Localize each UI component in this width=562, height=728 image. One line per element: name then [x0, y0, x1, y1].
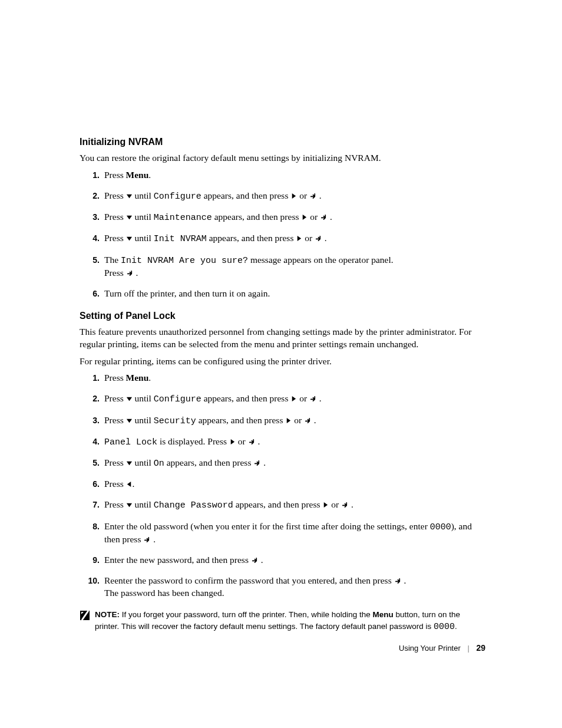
step-body: Reenter the password to confirm the pass…	[104, 575, 485, 599]
step-body: Press until Security appears, and then p…	[104, 414, 485, 427]
intro-panel-lock-2: For regular printing, items can be confi…	[80, 355, 485, 368]
note-text: NOTE: If you forget your password, turn …	[95, 610, 485, 633]
enter-icon	[253, 459, 261, 467]
step-body: Press until On appears, and then press .	[104, 457, 485, 470]
enter-icon	[251, 556, 259, 564]
step-body: Panel Lock is displayed. Press or .	[104, 436, 485, 449]
step-body: Press Menu.	[104, 169, 485, 182]
right-arrow-icon	[322, 502, 329, 508]
list-item: 3. Press until Security appears, and the…	[80, 414, 485, 427]
list-item: 9. Enter the new password, and then pres…	[80, 554, 485, 566]
list-item: 6. Turn off the printer, and then turn i…	[80, 288, 485, 300]
list-item: 2. Press until Configure appears, and th…	[80, 393, 485, 406]
step-body: Press until Configure appears, and then …	[104, 190, 485, 203]
list-item: 10. Reenter the password to confirm the …	[80, 575, 485, 599]
list-item: 7. Press until Change Password appears, …	[80, 499, 485, 512]
list-item: 4. Press until Init NVRAM appears, and t…	[80, 232, 485, 245]
list-item: 2. Press until Configure appears, and th…	[80, 190, 485, 203]
list-item: 3. Press until Maintenance appears, and …	[80, 211, 485, 224]
left-arrow-icon	[126, 481, 133, 487]
right-arrow-icon	[290, 193, 297, 199]
note-icon	[80, 610, 90, 621]
step-body: Press until Init NVRAM appears, and then…	[104, 232, 485, 245]
step-body: Press Menu.	[104, 372, 485, 384]
right-arrow-icon	[301, 214, 308, 220]
list-item: 5. The Init NVRAM Are you sure? message …	[80, 254, 485, 279]
step-body: Press until Maintenance appears, and the…	[104, 211, 485, 224]
steps-nvram: 1. Press Menu. 2. Press until Configure …	[80, 169, 485, 300]
page-footer: Using Your Printer | 29	[399, 643, 485, 653]
enter-icon	[309, 395, 317, 403]
step-body: The Init NVRAM Are you sure? message app…	[104, 254, 485, 279]
down-arrow-icon	[126, 214, 133, 220]
enter-icon	[126, 269, 134, 277]
down-arrow-icon	[126, 460, 133, 466]
down-arrow-icon	[126, 235, 133, 242]
down-arrow-icon	[126, 417, 133, 424]
down-arrow-icon	[126, 502, 133, 508]
step-number: 1.	[80, 372, 104, 384]
step-number: 3.	[80, 414, 104, 426]
heading-panel-lock: Setting of Panel Lock	[80, 311, 485, 321]
enter-icon	[320, 213, 328, 221]
step-number: 4.	[80, 436, 104, 447]
page-content: Initializing NVRAM You can restore the o…	[0, 0, 562, 668]
intro-panel-lock-1: This feature prevents unauthorized perso…	[80, 326, 485, 351]
enter-icon	[309, 192, 317, 200]
footer-page-number: 29	[476, 643, 485, 653]
list-item: 4. Panel Lock is displayed. Press or .	[80, 436, 485, 449]
step-number: 7.	[80, 499, 104, 510]
step-number: 6.	[80, 288, 104, 299]
step-body: Press until Configure appears, and then …	[104, 393, 485, 406]
step-number: 8.	[80, 521, 104, 532]
step-body: Press until Change Password appears, and…	[104, 499, 485, 512]
step-number: 2.	[80, 393, 104, 404]
enter-icon	[304, 417, 312, 424]
footer-separator: |	[467, 644, 469, 653]
right-arrow-icon	[285, 417, 292, 424]
list-item: 5. Press until On appears, and then pres…	[80, 457, 485, 470]
down-arrow-icon	[126, 193, 133, 199]
intro-nvram: You can restore the original factory def…	[80, 152, 485, 164]
step-number: 9.	[80, 554, 104, 566]
step-number: 10.	[80, 575, 104, 587]
list-item: 6. Press .	[80, 478, 485, 490]
steps-panel-lock: 1. Press Menu. 2. Press until Configure …	[80, 372, 485, 599]
step-body: Enter the old password (when you enter i…	[104, 521, 485, 546]
enter-icon	[394, 577, 402, 585]
enter-icon	[315, 235, 322, 242]
enter-icon	[341, 501, 349, 509]
enter-icon	[248, 438, 256, 446]
step-body: Press .	[104, 478, 485, 490]
footer-chapter: Using Your Printer	[399, 644, 461, 653]
step-number: 5.	[80, 457, 104, 469]
enter-icon	[143, 536, 151, 543]
down-arrow-icon	[126, 396, 133, 402]
list-item: 1. Press Menu.	[80, 169, 485, 182]
step-number: 4.	[80, 232, 104, 244]
note-block: NOTE: If you forget your password, turn …	[80, 610, 485, 633]
step-body: Turn off the printer, and then turn it o…	[104, 288, 485, 300]
right-arrow-icon	[296, 235, 302, 242]
list-item: 8. Enter the old password (when you ente…	[80, 521, 485, 546]
step-number: 3.	[80, 211, 104, 223]
heading-initializing-nvram: Initializing NVRAM	[80, 137, 485, 147]
step-body: Enter the new password, and then press .	[104, 554, 485, 566]
step-number: 6.	[80, 478, 104, 490]
right-arrow-icon	[290, 396, 297, 402]
step-number: 2.	[80, 190, 104, 202]
list-item: 1. Press Menu.	[80, 372, 485, 384]
right-arrow-icon	[229, 439, 236, 445]
step-number: 1.	[80, 169, 104, 181]
step-number: 5.	[80, 254, 104, 266]
